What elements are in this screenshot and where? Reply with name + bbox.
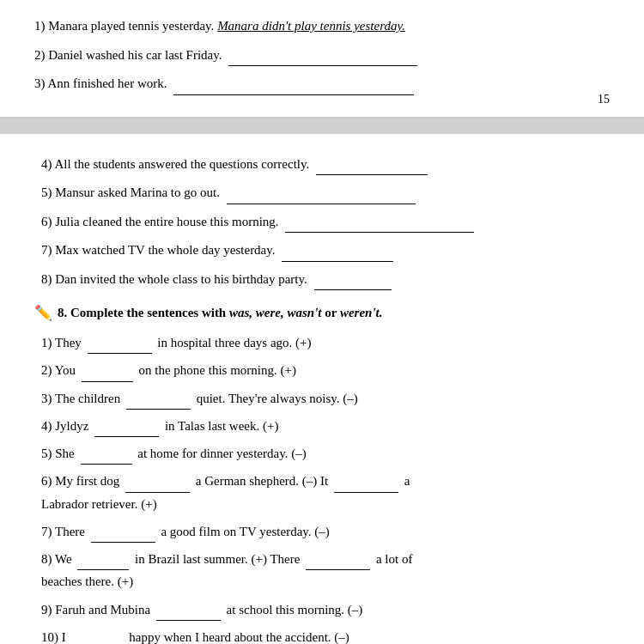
line-2-blank[interactable] [228,44,417,67]
line-1-strikethrough: Manara didn't play tennis yesterday. [217,19,405,33]
line-4-blank[interactable] [316,153,428,176]
line-8-blank[interactable] [314,268,392,291]
ex8-blank-8b[interactable] [306,547,370,570]
exercise-8-sentences: 1) They in hospital three days ago. (+) … [41,331,610,644]
ex8-sentence-5: 5) She at home for dinner yesterday. (–) [41,441,610,465]
line-6: 6) Julia cleaned the entire house this m… [41,210,610,234]
line-5: 5) Mansur asked Marina to go out. [41,181,610,204]
ex8-blank-10[interactable] [72,625,124,644]
ex8-sentence-1: 1) They in hospital three days ago. (+) [41,331,610,354]
page-number: 15 [598,93,610,106]
page-bottom-section: 4) All the students answered the questio… [0,134,644,645]
line-1: 1) Manara played tennis yesterday. Manar… [34,15,610,38]
page-separator [0,118,644,134]
ex8-sentence-9: 9) Faruh and Mubina at school this morni… [41,598,610,621]
ex8-blank-7[interactable] [91,519,155,543]
line-5-blank[interactable] [227,181,416,204]
line-6-blank[interactable] [285,210,474,234]
ex8-sentence-4: 4) Jyldyz in Talas last week. (+) [41,414,610,437]
ex8-sentence-7: 7) There a good film on TV yesterday. (–… [41,519,610,543]
line-4: 4) All the students answered the questio… [41,153,610,176]
line-3-blank[interactable] [173,72,414,95]
line-2: 2) Daniel washed his car last Friday. [34,44,610,67]
line-3-text: 3) Ann finished her work. [34,76,167,90]
line-3: 3) Ann finished her work. [34,72,610,95]
ex8-sentence-8: 8) We in Brazil last summer. (+) There a… [41,547,610,593]
line-1-prefix: 1) [34,19,46,33]
ex8-blank-2[interactable] [82,358,133,381]
line-7-blank[interactable] [282,239,393,262]
ex8-blank-1[interactable] [88,331,152,354]
ex8-sentence-2: 2) You on the phone this morning. (+) [41,358,610,381]
line-8: 8) Dan invited the whole class to his bi… [41,268,610,291]
ex8-blank-6a[interactable] [125,469,190,492]
continuation-lines: 4) All the students answered the questio… [41,153,610,291]
ex8-blank-5[interactable] [81,441,132,465]
ex8-sentence-3: 3) The children quiet. They're always no… [41,386,610,410]
pencil-icon: ✏️ [34,304,52,322]
ex8-blank-8a[interactable] [77,547,129,570]
ex8-sentence-6: 6) My first dog a German shepherd. (–) I… [41,469,610,515]
line-1-text: Manara played tennis yesterday. [48,19,217,33]
ex8-blank-9[interactable] [156,598,221,621]
exercise-8-label: 8. Complete the sentences with was, were… [58,306,382,320]
exercise-8-header: ✏️ 8. Complete the sentences with was, w… [34,304,610,322]
line-7: 7) Max watched TV the whole day yesterda… [41,239,610,262]
ex8-blank-6b[interactable] [334,469,398,492]
line-2-text: 2) Daniel washed his car last Friday. [34,48,222,62]
ex8-blank-3[interactable] [126,386,191,410]
ex8-sentence-10: 10) I happy when I heard about the accid… [41,625,610,644]
ex8-blank-4[interactable] [94,414,159,437]
page-top-section: 1) Manara played tennis yesterday. Manar… [0,0,644,118]
